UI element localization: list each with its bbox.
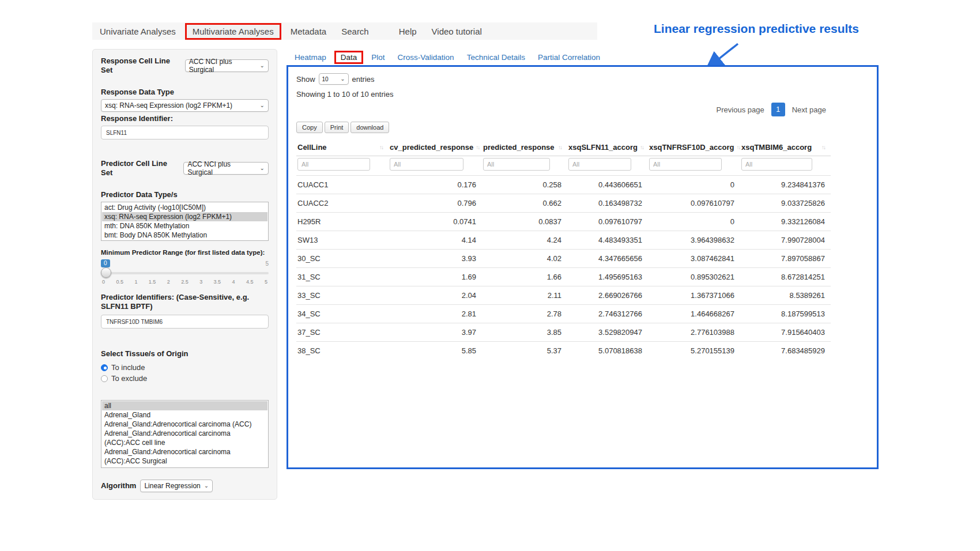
table-info-text: Showing 1 to 10 of 10 entries [296, 90, 831, 99]
previous-page-button[interactable]: Previous page [712, 103, 769, 116]
column-header[interactable]: xsqTMBIM6_accorg ↑↓ [740, 139, 831, 156]
nav-item[interactable]: Video tutorial [424, 27, 489, 36]
table-action-button[interactable]: Print [325, 122, 349, 133]
filter-cell [567, 156, 648, 176]
cell-line-cell: H295R [296, 213, 389, 231]
xsq-tmbim6-accorg-cell: 7.683485929 [740, 342, 831, 360]
column-filter-input[interactable] [483, 158, 550, 171]
table-header-row: CellLine ↑↓ cv_predicted_response ↑↓ [296, 139, 831, 156]
page-length-select[interactable]: 10 ⌄ [319, 73, 349, 85]
tab[interactable]: Technical Details [461, 51, 532, 64]
predicted-response-cell: 4.02 [482, 250, 567, 268]
column-filter-input[interactable] [649, 158, 722, 171]
column-header[interactable]: CellLine ↑↓ [296, 139, 389, 156]
tab[interactable]: Data [334, 51, 364, 64]
column-filter-input[interactable] [297, 158, 370, 171]
xsq-tnfrsf10d-accorg-cell: 3.087462841 [648, 250, 740, 268]
slider-tick-labels: 00.511.522.533.544.55 [102, 279, 267, 285]
response-data-type-select[interactable]: xsq: RNA-seq Expression (log2 FPKM+1) ⌄ [101, 99, 269, 112]
column-filter-input[interactable] [741, 158, 812, 171]
slider-value-badge: 0 [101, 259, 110, 267]
response-cell-line-set-value: ACC NCI plus Surgical [189, 58, 257, 74]
slider-track[interactable] [101, 272, 269, 274]
table-action-button[interactable]: download [350, 122, 389, 133]
tissue-origin-radio[interactable]: To exclude [101, 374, 269, 383]
tissue-option[interactable]: all [102, 401, 267, 410]
xsq-tnfrsf10d-accorg-cell: 0 [648, 213, 740, 231]
nav-item[interactable]: Multivariate Analyses [185, 23, 281, 40]
response-data-type-label: Response Data Type [101, 88, 269, 97]
response-cell-line-set-label: Response Cell Line Set [101, 56, 181, 75]
slider-handle[interactable] [101, 267, 111, 278]
sort-icon: ↑↓ [640, 144, 643, 150]
tissue-option[interactable]: Adrenal_Gland:Adrenocortical carcinoma (… [102, 429, 267, 447]
slider-tick-label: 2 [167, 279, 170, 285]
tab[interactable]: Cross-Validation [391, 51, 461, 64]
slider-tick-label: 3.5 [214, 279, 221, 285]
table-row: 37_SC 3.97 3.85 3.529820947 2.776103988 … [296, 323, 831, 342]
filter-cell [482, 156, 567, 176]
tab[interactable]: Partial Correlation [532, 51, 606, 64]
predictor-identifiers-input[interactable] [101, 315, 269, 329]
column-filter-input[interactable] [390, 158, 463, 171]
sort-icon: ↑↓ [736, 144, 740, 150]
nav-item-label: Univariate Analyses [100, 27, 176, 36]
cell-line-cell: CUACC2 [296, 194, 389, 213]
nav-item[interactable]: Univariate Analyses [92, 27, 183, 36]
current-page-button[interactable]: 1 [771, 103, 785, 116]
predictor-data-type-option[interactable]: bmt: Body DNA 850K Methylation [102, 231, 267, 240]
predicted-response-cell: 4.24 [482, 231, 567, 250]
annotation-title: Linear regression predictive results [654, 22, 859, 36]
column-header[interactable]: xsqTNFRSF10D_accorg ↑↓ [648, 139, 740, 156]
column-header[interactable]: predicted_response ↑↓ [482, 139, 567, 156]
nav-item[interactable]: Help [391, 27, 424, 36]
tab[interactable]: Heatmap [288, 51, 333, 64]
filter-cell [648, 156, 740, 176]
cv-predicted-response-cell: 3.97 [389, 323, 482, 342]
xsq-tnfrsf10d-accorg-cell: 5.270155139 [648, 342, 740, 360]
xsq-tnfrsf10d-accorg-cell: 2.776103988 [648, 323, 740, 342]
slider-tick-label: 2.5 [181, 279, 189, 285]
predicted-response-cell: 5.37 [482, 342, 567, 360]
tissue-option[interactable]: Adrenal_Gland:Adrenocortical carcinoma (… [102, 420, 267, 429]
column-header-label: predicted_response [483, 143, 555, 152]
column-filter-input[interactable] [568, 158, 631, 171]
cell-line-cell: 34_SC [296, 305, 389, 323]
tissue-option[interactable]: Adrenal_Gland [102, 410, 267, 420]
column-header-label: CellLine [297, 143, 327, 152]
xsq-slfn11-accorg-cell: 0.163498732 [567, 194, 648, 213]
top-navigation: Univariate Analyses Multivariate Analyse… [92, 22, 597, 40]
nav-item[interactable]: Search [334, 27, 376, 36]
response-identifier-input[interactable] [101, 126, 269, 139]
algorithm-select[interactable]: Linear Regression ⌄ [140, 480, 213, 492]
tissue-origin-radio[interactable]: To include [101, 363, 269, 372]
nav-item[interactable]: Metadata [283, 27, 334, 36]
tissue-option[interactable]: Adrenal_Gland:Adrenocortical carcinoma (… [102, 447, 267, 466]
tab[interactable]: Plot [365, 51, 391, 64]
sort-icon: ↑↓ [558, 144, 561, 150]
next-page-button[interactable]: Next page [787, 103, 831, 116]
algorithm-label: Algorithm [101, 481, 136, 490]
predicted-response-cell: 0.258 [482, 176, 567, 194]
xsq-slfn11-accorg-cell: 5.070818638 [567, 342, 648, 360]
chevron-down-icon: ⌄ [204, 483, 209, 489]
cell-line-cell: CUACC1 [296, 176, 389, 194]
chevron-down-icon: ⌄ [260, 103, 265, 108]
table-action-button[interactable]: Copy [296, 122, 323, 133]
response-cell-line-set-select[interactable]: ACC NCI plus Surgical ⌄ [185, 59, 269, 72]
predictor-data-type-option[interactable]: act: Drug Activity (-log10[IC50M]) [102, 203, 267, 212]
show-entries-suffix: entries [352, 75, 375, 84]
predictor-data-type-option[interactable]: xsq: RNA-seq Expression (log2 FPKM+1) [102, 212, 267, 221]
table-row: 34_SC 2.81 2.78 2.746312766 1.464668267 … [296, 305, 831, 323]
predictor-cell-line-set-row: Predictor Cell Line Set ACC NCI plus Sur… [101, 159, 269, 178]
predictor-cell-line-set-select[interactable]: ACC NCI plus Surgical ⌄ [183, 162, 269, 175]
radio-label: To include [111, 363, 145, 372]
tissue-select-list: all Adrenal_Gland Adrenal_Gland:Adrenoco… [101, 400, 269, 468]
predictor-data-type-option[interactable]: mth: DNA 850K Methylation [102, 221, 267, 231]
xsq-slfn11-accorg-cell: 1.495695163 [567, 268, 648, 286]
table-row: SW13 4.14 4.24 4.483493351 3.964398632 7… [296, 231, 831, 250]
filter-cell [389, 156, 482, 176]
xsq-tnfrsf10d-accorg-cell: 3.964398632 [648, 231, 740, 250]
column-header[interactable]: xsqSLFN11_accorg ↑↓ [567, 139, 648, 156]
column-header[interactable]: cv_predicted_response ↑↓ [389, 139, 482, 156]
